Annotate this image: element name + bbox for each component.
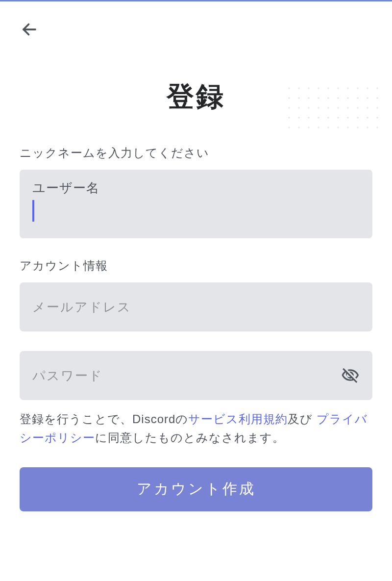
toggle-password-visibility[interactable]: [341, 366, 360, 385]
page-title: 登録: [0, 78, 392, 116]
arrow-left-icon: [21, 21, 38, 38]
legal-and: 及び: [288, 412, 317, 426]
create-account-button[interactable]: アカウント作成: [20, 467, 372, 511]
registration-form: ニックネームを入力してください ユーザー名 アカウント情報 登録を行うことで、D…: [0, 145, 392, 511]
password-input-container[interactable]: [20, 351, 372, 400]
eye-off-icon: [341, 366, 360, 385]
top-accent-border: [0, 0, 392, 1]
username-input-container[interactable]: ユーザー名: [20, 170, 372, 238]
legal-prefix: 登録を行うことで、Discordの: [20, 412, 188, 426]
back-button[interactable]: [20, 20, 39, 39]
legal-disclaimer: 登録を行うことで、Discordのサービス利用規約及び プライバシーポリシーに同…: [20, 410, 372, 448]
account-section-label: アカウント情報: [20, 258, 372, 274]
legal-suffix: に同意したものとみなされます。: [95, 431, 285, 444]
password-field[interactable]: [32, 368, 341, 383]
email-field[interactable]: [32, 300, 360, 315]
email-input-container[interactable]: [20, 282, 372, 331]
terms-of-service-link[interactable]: サービス利用規約: [188, 412, 288, 426]
username-label: ユーザー名: [32, 179, 360, 197]
nickname-section-label: ニックネームを入力してください: [20, 145, 372, 161]
text-cursor: [32, 200, 34, 222]
